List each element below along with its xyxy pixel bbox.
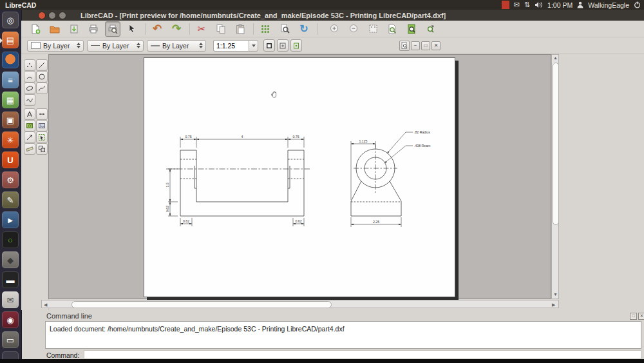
paste-button[interactable] — [232, 21, 248, 37]
volume-icon[interactable] — [535, 1, 543, 8]
text-tool-button[interactable] — [24, 108, 35, 120]
panel-close-button[interactable]: ✕ — [638, 313, 644, 320]
red-indicator-icon[interactable] — [502, 1, 509, 9]
terminal-icon: ▬ — [6, 275, 15, 285]
launcher-mail[interactable]: ✉ — [2, 291, 19, 308]
snap-grid-button[interactable] — [258, 21, 273, 37]
launcher-tool-pen[interactable]: ✎ — [2, 191, 19, 208]
archive-icon: ◆ — [7, 255, 14, 265]
bw-toggle-button[interactable] — [263, 39, 275, 52]
mdi-menu-button[interactable] — [399, 41, 410, 51]
mdi-close-button[interactable]: ✕ — [431, 41, 440, 50]
grid-icon — [261, 25, 270, 34]
redraw-button[interactable]: ↻ — [296, 21, 312, 37]
block-tool-button[interactable] — [36, 143, 48, 155]
launcher-ubuntu-one[interactable]: U — [2, 152, 19, 168]
scale-dropdown-arrow[interactable] — [249, 40, 258, 52]
dimension-tool-button[interactable] — [36, 108, 48, 120]
launcher-power-ring[interactable]: ○ — [2, 231, 19, 248]
zoom-out-button[interactable] — [346, 21, 361, 37]
clock[interactable]: 1:00 PM — [547, 1, 573, 9]
arc-tool-button[interactable] — [24, 71, 35, 83]
copy-button[interactable] — [213, 21, 229, 37]
launcher-software-center[interactable]: ✳ — [2, 132, 19, 148]
circle-tool-button[interactable] — [36, 71, 48, 83]
launcher-libreoffice-calc[interactable]: ▦ — [2, 92, 19, 108]
mdi-restore-button[interactable]: □ — [421, 41, 430, 50]
launcher-files[interactable]: ▤ — [2, 32, 19, 48]
pen-color-dropdown[interactable]: By Layer — [27, 40, 84, 52]
launcher-libreoffice-writer[interactable]: ≡ — [2, 72, 19, 88]
window-maximize-button[interactable] — [59, 12, 66, 19]
spinner-icon — [77, 43, 80, 48]
print-preview-button[interactable] — [105, 21, 120, 37]
measure-tool-button[interactable] — [24, 143, 35, 155]
scroll-left-icon[interactable]: ◀ — [44, 302, 47, 308]
print-scale-input[interactable] — [213, 40, 249, 52]
pen-width-dropdown[interactable]: By Layer — [87, 40, 144, 52]
select-arrow-button[interactable] — [124, 21, 140, 37]
spline-tool-button[interactable] — [36, 83, 48, 94]
new-file-button[interactable] — [28, 21, 43, 37]
app-menu-libread[interactable]: LibreCAD — [0, 1, 36, 9]
modify-tool-button[interactable] — [24, 132, 35, 143]
redo-button[interactable]: ↷ — [169, 21, 184, 37]
launcher-archive-manager[interactable]: ◆ — [2, 251, 19, 268]
scroll-up-icon[interactable]: ▲ — [553, 55, 558, 60]
canvas-hscrollbar[interactable]: ◀ ▶ — [41, 300, 559, 308]
open-file-button[interactable] — [47, 21, 62, 37]
title-bar: LibreCAD - [Print preview for /home/numb… — [21, 10, 644, 21]
point-tool-button[interactable] — [24, 59, 35, 71]
image-tool-button[interactable] — [36, 120, 48, 132]
zoom-page-button[interactable] — [404, 21, 419, 37]
magnifier-icon — [280, 24, 290, 34]
zoom-button[interactable] — [277, 21, 292, 37]
mail-icon[interactable]: ✉ — [514, 1, 520, 8]
undo-button[interactable]: ↶ — [149, 21, 165, 37]
save-file-button[interactable] — [66, 21, 82, 37]
select-tool-button[interactable] — [36, 132, 48, 143]
command-input[interactable] — [84, 350, 641, 359]
launcher-system-settings[interactable]: ⚙ — [2, 172, 19, 188]
fit-page-button[interactable] — [277, 39, 289, 52]
canvas-vscrollbar[interactable]: ▲ ▼ — [551, 54, 559, 299]
mdi-minimize-button[interactable]: − — [411, 41, 420, 50]
hscroll-thumb[interactable] — [71, 301, 332, 308]
panel-float-button[interactable]: □ — [630, 313, 637, 320]
writer-icon: ≡ — [8, 75, 13, 85]
previous-view-button[interactable] — [384, 21, 400, 37]
window-close-button[interactable] — [38, 12, 46, 19]
username-label[interactable]: WalkingEagle — [588, 1, 629, 9]
launcher-media-editor[interactable]: ◉ — [2, 311, 19, 328]
system-bar: LibreCAD ✉ ⇅ 1:00 PM WalkingEagle — [0, 0, 644, 10]
network-arrows-icon[interactable]: ⇅ — [524, 1, 530, 8]
command-history[interactable]: Loaded document: /home/numbnuts/Create_a… — [45, 321, 641, 349]
print-button[interactable] — [86, 21, 101, 37]
launcher-ubuntu-dash[interactable]: ◎ — [2, 12, 19, 28]
freehand-tool-button[interactable] — [24, 94, 35, 106]
scroll-right-icon[interactable]: ▶ — [552, 302, 555, 308]
launcher-libreoffice-impress[interactable]: ▣ — [2, 112, 19, 128]
session-gear-icon[interactable] — [634, 1, 641, 8]
hatch-tool-button[interactable] — [24, 120, 35, 132]
ellipse-tool-button[interactable] — [24, 83, 35, 94]
zoom-in-button[interactable] — [327, 21, 342, 37]
launcher-terminal[interactable]: ▬ — [2, 271, 19, 288]
save-icon — [69, 24, 79, 34]
pen-linetype-dropdown[interactable]: By Layer — [147, 40, 206, 52]
close-icon: ✕ — [434, 43, 439, 48]
launcher-partial-app[interactable]: ▭ — [2, 331, 19, 348]
auto-zoom-button[interactable] — [365, 21, 381, 37]
zoom-pan-button[interactable] — [423, 21, 439, 37]
center-page-button[interactable] — [290, 39, 302, 52]
launcher-media-player[interactable]: ▶ — [2, 211, 19, 228]
vscroll-thumb[interactable] — [553, 63, 559, 225]
window-minimize-button[interactable] — [48, 12, 56, 19]
launcher-firefox[interactable] — [2, 52, 19, 68]
user-icon[interactable] — [577, 1, 583, 8]
line-tool-button[interactable] — [36, 59, 48, 71]
scroll-down-icon[interactable]: ▼ — [553, 292, 558, 297]
fit-page-icon — [279, 43, 286, 49]
cut-button[interactable]: ✂ — [194, 21, 209, 37]
dimension-tool-icon — [38, 110, 46, 118]
